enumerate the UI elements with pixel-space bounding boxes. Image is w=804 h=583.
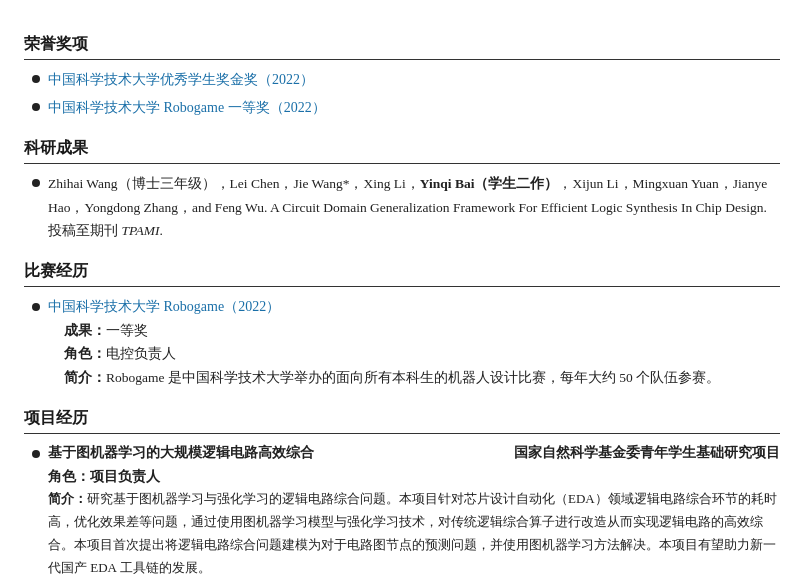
research-list: Zhihai Wang（博士三年级），Lei Chen，Jie Wang*，Xi…: [24, 172, 780, 243]
honor-item-2: 中国科学技术大学 Robogame 一等奖（2022）: [48, 96, 780, 120]
competition-name: 中国科学技术大学 Robogame（2022）: [48, 299, 280, 314]
competition-list: 中国科学技术大学 Robogame（2022） 成果：一等奖 角色：电控负责人 …: [24, 295, 780, 390]
paper-journal: TPAMI: [121, 223, 159, 238]
paper-entry: Zhihai Wang（博士三年级），Lei Chen，Jie Wang*，Xi…: [48, 172, 780, 243]
paper-authors-before: Zhihai Wang（博士三年级），Lei Chen，Jie Wang*，Xi…: [48, 176, 420, 191]
competition-entry: 中国科学技术大学 Robogame（2022） 成果：一等奖 角色：电控负责人 …: [48, 295, 780, 390]
competition-role: 角色：电控负责人: [64, 342, 780, 366]
competition-intro: 简介：Robogame 是中国科学技术大学举办的面向所有本科生的机器人设计比赛，…: [64, 366, 780, 390]
project-role-label: 角色：: [48, 469, 90, 484]
bullet-icon: [32, 303, 40, 311]
competition-section: 比赛经历 中国科学技术大学 Robogame（2022） 成果：一等奖 角色：电…: [24, 257, 780, 390]
intro-value: Robogame 是中国科学技术大学举办的面向所有本科生的机器人设计比赛，每年大…: [106, 370, 720, 385]
project-intro-value: 研究基于图机器学习与强化学习的逻辑电路综合问题。本项目针对芯片设计自动化（EDA…: [48, 491, 777, 574]
research-title: 科研成果: [24, 134, 780, 164]
project-intro-label: 简介：: [48, 491, 87, 506]
project-title-line: 基于图机器学习的大规模逻辑电路高效综合 国家自然科学基金委青年学生基础研究项目: [48, 442, 780, 465]
result-label: 成果：: [64, 323, 106, 338]
project-entry: 基于图机器学习的大规模逻辑电路高效综合 国家自然科学基金委青年学生基础研究项目 …: [48, 442, 780, 580]
project-role-value: 项目负责人: [90, 469, 160, 484]
project-section: 项目经历 基于图机器学习的大规模逻辑电路高效综合 国家自然科学基金委青年学生基础…: [24, 404, 780, 580]
list-item: 中国科学技术大学优秀学生奖金奖（2022）: [32, 68, 780, 92]
paper-bold-author: Yinqi Bai（学生二作）: [420, 176, 559, 191]
competition-result: 成果：一等奖: [64, 319, 780, 343]
role-label: 角色：: [64, 346, 106, 361]
project-list: 基于图机器学习的大规模逻辑电路高效综合 国家自然科学基金委青年学生基础研究项目 …: [24, 442, 780, 580]
honors-list: 中国科学技术大学优秀学生奖金奖（2022） 中国科学技术大学 Robogame …: [24, 68, 780, 120]
honors-section: 荣誉奖项 中国科学技术大学优秀学生奖金奖（2022） 中国科学技术大学 Robo…: [24, 30, 780, 120]
honors-title: 荣誉奖项: [24, 30, 780, 60]
project-role: 角色：项目负责人: [48, 465, 780, 489]
project-title-heading: 项目经历: [24, 404, 780, 434]
bullet-icon: [32, 75, 40, 83]
project-title-right: 国家自然科学基金委青年学生基础研究项目: [514, 442, 780, 465]
result-value: 一等奖: [106, 323, 148, 338]
list-item: 中国科学技术大学 Robogame 一等奖（2022）: [32, 96, 780, 120]
bullet-icon: [32, 179, 40, 187]
bullet-icon: [32, 450, 40, 458]
list-item: Zhihai Wang（博士三年级），Lei Chen，Jie Wang*，Xi…: [32, 172, 780, 243]
research-section: 科研成果 Zhihai Wang（博士三年级），Lei Chen，Jie Wan…: [24, 134, 780, 243]
role-value: 电控负责人: [106, 346, 176, 361]
paper-end: .: [159, 223, 162, 238]
list-item: 中国科学技术大学 Robogame（2022） 成果：一等奖 角色：电控负责人 …: [32, 295, 780, 390]
bullet-icon: [32, 103, 40, 111]
intro-label: 简介：: [64, 370, 106, 385]
competition-title: 比赛经历: [24, 257, 780, 287]
project-title-left: 基于图机器学习的大规模逻辑电路高效综合: [48, 442, 314, 465]
list-item: 基于图机器学习的大规模逻辑电路高效综合 国家自然科学基金委青年学生基础研究项目 …: [32, 442, 780, 580]
project-intro: 简介：研究基于图机器学习与强化学习的逻辑电路综合问题。本项目针对芯片设计自动化（…: [48, 488, 780, 579]
honor-item-1: 中国科学技术大学优秀学生奖金奖（2022）: [48, 68, 780, 92]
